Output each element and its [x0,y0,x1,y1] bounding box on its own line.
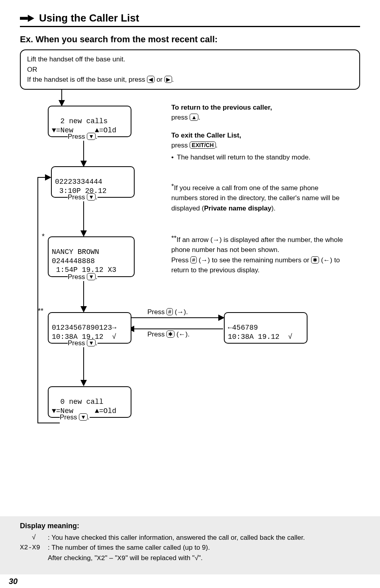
footer-symbol-check: √ [20,533,48,543]
svg-rect-0 [20,17,28,20]
down-key-icon: ▼ [87,193,96,201]
footer-symbol-x2x9: X2-X9 [20,543,48,563]
exit-ch-key: EXIT/CH [190,142,215,149]
star-marker-1: * [42,232,45,241]
note-exit-caller-list: To exit the Caller List, press EXIT/CH. … [171,130,347,163]
star-marker-2: ** [38,307,43,315]
arrow-right-icon [20,14,34,23]
note-private-name: *If you receive a call from one of the s… [171,181,347,214]
intro-line2: OR [27,65,353,75]
star-key-icon: ✱ [311,256,319,264]
press-down-5: Press ▼. [60,413,90,421]
right-key-icon: ▶ [165,76,172,83]
footer-body-1: : You have checked this caller informati… [48,533,360,543]
star-ref-2: ** [171,234,176,242]
subtitle: Ex. When you search from the most recent… [20,34,360,45]
press-down-2: Press ▼. [68,193,98,201]
footer-display-meaning: Display meaning: √ : You have checked th… [0,516,380,575]
section-title: Using the Caller List [39,12,139,24]
press-down-1: Press ▼. [68,133,98,141]
star-ref-1: * [171,183,174,190]
bullet-icon: • [171,152,177,163]
display-box-caller2: NANCY BROWN 0244448888 1:54P 19.12 X3 [48,236,135,277]
down-key-icon: ▼ [87,273,96,280]
note-return-previous: To return to the previous caller, press … [171,102,347,123]
flow-diagram: 2 new calls ▼=New ▲=Old Press ▼. 0222333… [20,90,360,508]
hash-key-icon: # [166,308,173,315]
press-down-4: Press ▼. [68,339,98,347]
down-key-icon: ▼ [87,133,96,140]
intro-line3: If the handset is off the base unit, pre… [27,75,353,85]
note-arrow-number: **If an arrow (→) is displayed after the… [171,233,347,275]
press-star-label: Press ✱ (←). [147,330,190,338]
svg-marker-1 [28,15,34,22]
press-down-3: Press ▼. [68,273,98,281]
page-number: 30 [0,574,380,588]
down-key-icon: ▼ [79,413,88,421]
intro-line1: Lift the handset off the base unit. [27,54,353,65]
left-key-icon: ◀ [147,76,155,83]
section-title-row: Using the Caller List [20,12,360,27]
display-box-long-number-rest: ←456789 10:38A 19.12 √ [224,312,308,344]
up-key-icon: ▲ [190,114,198,121]
footer-title: Display meaning: [20,522,360,530]
footer-body-2: : The number of times the same caller ca… [48,543,360,563]
star-key-icon: ✱ [166,330,174,338]
intro-box: Lift the handset off the base unit. OR I… [20,49,360,90]
hash-key-icon: # [190,256,197,264]
press-hash-label: Press # (→). [147,308,188,316]
down-key-icon: ▼ [87,339,96,346]
